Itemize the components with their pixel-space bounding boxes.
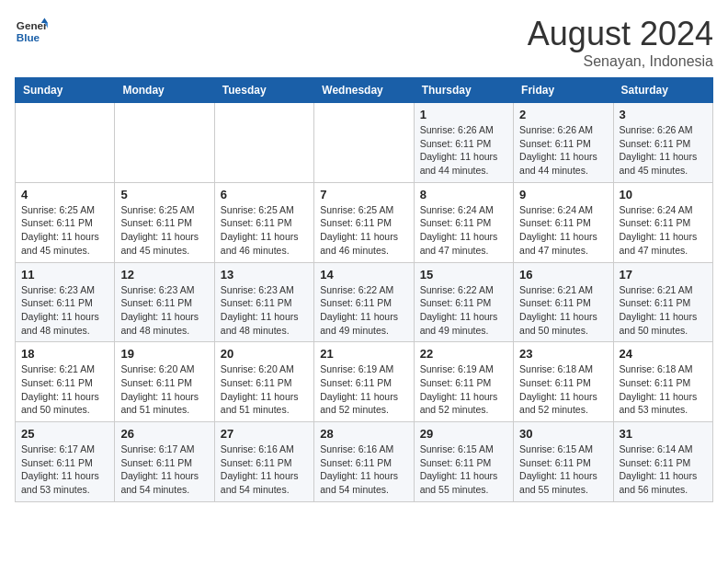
day-number: 20 xyxy=(221,347,308,361)
svg-text:Blue: Blue xyxy=(17,31,40,43)
calendar-cell xyxy=(214,103,313,183)
day-number: 16 xyxy=(519,268,607,282)
calendar-cell: 19Sunrise: 6:20 AM Sunset: 6:11 PM Dayli… xyxy=(115,342,214,422)
day-info: Sunrise: 6:21 AM Sunset: 6:11 PM Dayligh… xyxy=(620,283,707,338)
weekday-header: Monday xyxy=(115,78,214,103)
day-info: Sunrise: 6:23 AM Sunset: 6:11 PM Dayligh… xyxy=(120,283,208,338)
calendar-cell: 1Sunrise: 6:26 AM Sunset: 6:11 PM Daylig… xyxy=(414,103,513,183)
day-number: 1 xyxy=(420,108,507,121)
day-info: Sunrise: 6:19 AM Sunset: 6:11 PM Dayligh… xyxy=(420,362,507,417)
calendar-table: SundayMondayTuesdayWednesdayThursdayFrid… xyxy=(15,77,713,502)
day-number: 14 xyxy=(320,268,407,282)
day-number: 24 xyxy=(620,347,707,361)
day-number: 27 xyxy=(221,427,308,441)
weekday-header: Friday xyxy=(514,78,613,103)
day-info: Sunrise: 6:16 AM Sunset: 6:11 PM Dayligh… xyxy=(320,442,407,497)
day-info: Sunrise: 6:24 AM Sunset: 6:11 PM Dayligh… xyxy=(420,203,507,258)
day-number: 23 xyxy=(519,347,607,361)
day-number: 7 xyxy=(320,188,407,201)
calendar-cell xyxy=(314,103,414,183)
calendar-cell: 28Sunrise: 6:16 AM Sunset: 6:11 PM Dayli… xyxy=(314,422,414,502)
day-number: 3 xyxy=(620,108,707,121)
title-block: August 2024 Senayan, Indonesia xyxy=(528,15,713,70)
calendar-cell: 11Sunrise: 6:23 AM Sunset: 6:11 PM Dayli… xyxy=(16,262,115,342)
calendar-cell: 5Sunrise: 6:25 AM Sunset: 6:11 PM Daylig… xyxy=(115,182,214,262)
calendar-cell: 17Sunrise: 6:21 AM Sunset: 6:11 PM Dayli… xyxy=(613,262,712,342)
calendar-cell: 12Sunrise: 6:23 AM Sunset: 6:11 PM Dayli… xyxy=(115,262,214,342)
day-info: Sunrise: 6:15 AM Sunset: 6:11 PM Dayligh… xyxy=(519,442,607,497)
day-info: Sunrise: 6:25 AM Sunset: 6:11 PM Dayligh… xyxy=(21,203,108,258)
day-number: 17 xyxy=(620,268,707,282)
weekday-header: Saturday xyxy=(613,78,712,103)
day-info: Sunrise: 6:16 AM Sunset: 6:11 PM Dayligh… xyxy=(221,442,308,497)
calendar-cell: 21Sunrise: 6:19 AM Sunset: 6:11 PM Dayli… xyxy=(314,342,414,422)
calendar-cell: 23Sunrise: 6:18 AM Sunset: 6:11 PM Dayli… xyxy=(514,342,613,422)
month-year: August 2024 xyxy=(528,15,713,53)
day-info: Sunrise: 6:26 AM Sunset: 6:11 PM Dayligh… xyxy=(519,123,607,178)
location: Senayan, Indonesia xyxy=(528,53,713,70)
day-info: Sunrise: 6:22 AM Sunset: 6:11 PM Dayligh… xyxy=(320,283,407,338)
day-info: Sunrise: 6:26 AM Sunset: 6:11 PM Dayligh… xyxy=(620,123,707,178)
page-header: General Blue August 2024 Senayan, Indone… xyxy=(15,15,713,70)
calendar-cell xyxy=(115,103,214,183)
day-number: 13 xyxy=(221,268,308,282)
calendar-cell: 16Sunrise: 6:21 AM Sunset: 6:11 PM Dayli… xyxy=(514,262,613,342)
day-info: Sunrise: 6:15 AM Sunset: 6:11 PM Dayligh… xyxy=(420,442,507,497)
calendar-cell: 13Sunrise: 6:23 AM Sunset: 6:11 PM Dayli… xyxy=(214,262,313,342)
day-number: 4 xyxy=(21,188,108,201)
day-number: 9 xyxy=(519,188,607,201)
calendar-cell xyxy=(16,103,115,183)
day-number: 21 xyxy=(320,347,407,361)
day-info: Sunrise: 6:17 AM Sunset: 6:11 PM Dayligh… xyxy=(21,442,108,497)
weekday-header: Wednesday xyxy=(314,78,414,103)
day-number: 2 xyxy=(519,108,607,121)
calendar-cell: 7Sunrise: 6:25 AM Sunset: 6:11 PM Daylig… xyxy=(314,182,414,262)
day-number: 11 xyxy=(21,268,108,282)
calendar-header: SundayMondayTuesdayWednesdayThursdayFrid… xyxy=(16,78,713,103)
day-info: Sunrise: 6:17 AM Sunset: 6:11 PM Dayligh… xyxy=(120,442,208,497)
calendar-cell: 9Sunrise: 6:24 AM Sunset: 6:11 PM Daylig… xyxy=(514,182,613,262)
day-info: Sunrise: 6:14 AM Sunset: 6:11 PM Dayligh… xyxy=(620,442,707,497)
calendar-cell: 18Sunrise: 6:21 AM Sunset: 6:11 PM Dayli… xyxy=(16,342,115,422)
calendar-cell: 3Sunrise: 6:26 AM Sunset: 6:11 PM Daylig… xyxy=(613,103,712,183)
day-number: 25 xyxy=(21,427,108,441)
calendar-cell: 2Sunrise: 6:26 AM Sunset: 6:11 PM Daylig… xyxy=(514,103,613,183)
day-number: 31 xyxy=(620,427,707,441)
day-number: 29 xyxy=(420,427,507,441)
logo-icon: General Blue xyxy=(15,15,48,48)
calendar-cell: 27Sunrise: 6:16 AM Sunset: 6:11 PM Dayli… xyxy=(214,422,313,502)
calendar-cell: 25Sunrise: 6:17 AM Sunset: 6:11 PM Dayli… xyxy=(16,422,115,502)
day-info: Sunrise: 6:23 AM Sunset: 6:11 PM Dayligh… xyxy=(221,283,308,338)
day-number: 18 xyxy=(21,347,108,361)
day-info: Sunrise: 6:25 AM Sunset: 6:11 PM Dayligh… xyxy=(221,203,308,258)
day-info: Sunrise: 6:18 AM Sunset: 6:11 PM Dayligh… xyxy=(519,362,607,417)
calendar-cell: 24Sunrise: 6:18 AM Sunset: 6:11 PM Dayli… xyxy=(613,342,712,422)
day-info: Sunrise: 6:22 AM Sunset: 6:11 PM Dayligh… xyxy=(420,283,507,338)
day-number: 10 xyxy=(620,188,707,201)
day-number: 6 xyxy=(221,188,308,201)
day-number: 15 xyxy=(420,268,507,282)
weekday-header: Thursday xyxy=(414,78,513,103)
day-info: Sunrise: 6:20 AM Sunset: 6:11 PM Dayligh… xyxy=(221,362,308,417)
day-info: Sunrise: 6:25 AM Sunset: 6:11 PM Dayligh… xyxy=(120,203,208,258)
day-info: Sunrise: 6:26 AM Sunset: 6:11 PM Dayligh… xyxy=(420,123,507,178)
day-number: 12 xyxy=(120,268,208,282)
calendar-cell: 14Sunrise: 6:22 AM Sunset: 6:11 PM Dayli… xyxy=(314,262,414,342)
day-info: Sunrise: 6:20 AM Sunset: 6:11 PM Dayligh… xyxy=(120,362,208,417)
calendar-cell: 22Sunrise: 6:19 AM Sunset: 6:11 PM Dayli… xyxy=(414,342,513,422)
day-info: Sunrise: 6:24 AM Sunset: 6:11 PM Dayligh… xyxy=(519,203,607,258)
weekday-header: Sunday xyxy=(16,78,115,103)
calendar-cell: 8Sunrise: 6:24 AM Sunset: 6:11 PM Daylig… xyxy=(414,182,513,262)
calendar-cell: 29Sunrise: 6:15 AM Sunset: 6:11 PM Dayli… xyxy=(414,422,513,502)
day-number: 8 xyxy=(420,188,507,201)
day-info: Sunrise: 6:25 AM Sunset: 6:11 PM Dayligh… xyxy=(320,203,407,258)
day-info: Sunrise: 6:23 AM Sunset: 6:11 PM Dayligh… xyxy=(21,283,108,338)
logo: General Blue xyxy=(15,15,51,48)
calendar-cell: 20Sunrise: 6:20 AM Sunset: 6:11 PM Dayli… xyxy=(214,342,313,422)
calendar-cell: 10Sunrise: 6:24 AM Sunset: 6:11 PM Dayli… xyxy=(613,182,712,262)
day-info: Sunrise: 6:18 AM Sunset: 6:11 PM Dayligh… xyxy=(620,362,707,417)
day-info: Sunrise: 6:21 AM Sunset: 6:11 PM Dayligh… xyxy=(21,362,108,417)
day-number: 19 xyxy=(120,347,208,361)
day-number: 26 xyxy=(120,427,208,441)
day-number: 28 xyxy=(320,427,407,441)
